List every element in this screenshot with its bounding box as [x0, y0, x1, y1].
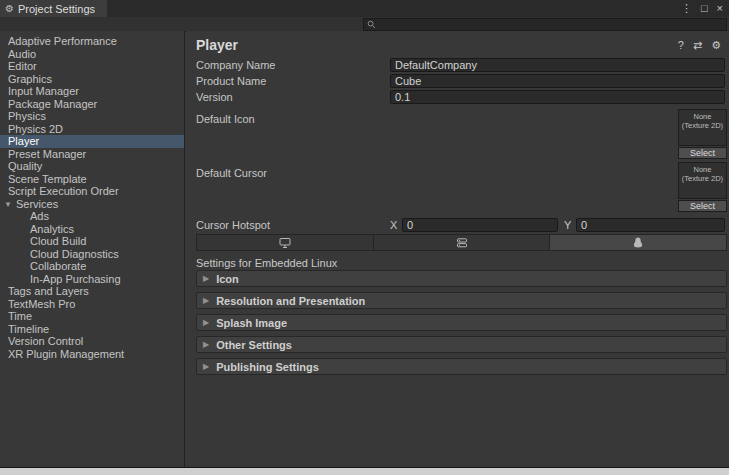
gear-icon: ⚙: [5, 3, 14, 14]
sidebar-item-label: Timeline: [8, 323, 49, 335]
toolbar: [0, 17, 729, 32]
hotspot-y-field[interactable]: [576, 218, 725, 232]
sidebar-item-label: Collaborate: [30, 260, 86, 272]
sidebar-item-graphics[interactable]: Graphics: [0, 73, 184, 86]
close-icon[interactable]: ×: [717, 0, 723, 17]
sidebar-item-label: Time: [8, 310, 32, 322]
version-field[interactable]: [390, 90, 725, 104]
section-other-settings[interactable]: ▶ Other Settings: [196, 336, 727, 353]
sidebar-item-cloud-diagnostics[interactable]: Cloud Diagnostics: [0, 248, 184, 261]
sidebar-item-analytics[interactable]: Analytics: [0, 223, 184, 236]
sidebar-item-label: Input Manager: [8, 85, 79, 97]
sidebar-item-input-manager[interactable]: Input Manager: [0, 85, 184, 98]
tab-desktop[interactable]: [196, 234, 374, 251]
sidebar-item-physics-2d[interactable]: Physics 2D: [0, 123, 184, 136]
section-icon-foldout[interactable]: ▶ Icon: [196, 270, 727, 287]
hotspot-x-field[interactable]: [402, 218, 558, 232]
hotspot-x-label: X: [390, 219, 397, 231]
sidebar-item-tags-and-layers[interactable]: Tags and Layers: [0, 285, 184, 298]
window-title: Project Settings: [18, 3, 95, 15]
sidebar-item-scene-template[interactable]: Scene Template: [0, 173, 184, 186]
version-label: Version: [196, 91, 233, 103]
sidebar-item-editor[interactable]: Editor: [0, 60, 184, 73]
sidebar-item-label: Ads: [30, 210, 49, 222]
sidebar-item-preset-manager[interactable]: Preset Manager: [0, 148, 184, 161]
section-publishing-settings[interactable]: ▶ Publishing Settings: [196, 358, 727, 375]
object-field-none-text: None: [679, 165, 726, 174]
maximize-icon[interactable]: □: [701, 0, 708, 17]
sidebar-item-label: Version Control: [8, 335, 83, 347]
settings-category-sidebar: Adaptive Performance Audio Editor Graphi…: [0, 31, 185, 467]
sidebar-item-time[interactable]: Time: [0, 310, 184, 323]
sidebar-item-label: XR Plugin Management: [8, 348, 124, 360]
product-name-label: Product Name: [196, 75, 266, 87]
sidebar-item-textmesh-pro[interactable]: TextMesh Pro: [0, 298, 184, 311]
sidebar-item-adaptive-performance[interactable]: Adaptive Performance: [0, 35, 184, 48]
sidebar-item-package-manager[interactable]: Package Manager: [0, 98, 184, 111]
dedicated-server-icon: [456, 238, 468, 248]
sidebar-item-version-control[interactable]: Version Control: [0, 335, 184, 348]
default-cursor-picker: None (Texture 2D) Select: [678, 162, 727, 212]
sidebar-item-label: Audio: [8, 48, 36, 60]
search-input[interactable]: [379, 20, 726, 30]
window-tab[interactable]: ⚙ Project Settings: [0, 0, 107, 17]
tab-embedded-linux[interactable]: [549, 234, 727, 251]
sidebar-item-xr-plugin-management[interactable]: XR Plugin Management: [0, 348, 184, 361]
sidebar-item-label: Scene Template: [8, 173, 87, 185]
sidebar-item-label: Editor: [8, 60, 37, 72]
sidebar-item-label: Quality: [8, 160, 42, 172]
sidebar-item-label: Cloud Build: [30, 235, 86, 247]
object-field-type-text: (Texture 2D): [679, 121, 726, 130]
sidebar-item-player[interactable]: Player: [0, 135, 184, 148]
section-splash-image[interactable]: ▶ Splash Image: [196, 314, 727, 331]
foldout-collapsed-icon: ▶: [203, 340, 209, 349]
company-name-field[interactable]: [390, 58, 725, 72]
product-name-field[interactable]: [390, 74, 725, 88]
hotspot-y-label: Y: [564, 219, 571, 231]
sidebar-item-label: Script Execution Order: [8, 185, 119, 197]
object-field-type-text: (Texture 2D): [679, 174, 726, 183]
titlebar: ⚙ Project Settings ⋮ □ ×: [0, 0, 729, 18]
foldout-collapsed-icon: ▶: [203, 318, 209, 327]
sidebar-item-physics[interactable]: Physics: [0, 110, 184, 123]
sidebar-item-collaborate[interactable]: Collaborate: [0, 260, 184, 273]
default-cursor-label: Default Cursor: [196, 167, 267, 179]
page-title: Player: [196, 37, 238, 53]
header-icons: ? ⇄ ⚙: [678, 39, 721, 51]
default-cursor-object-field[interactable]: None (Texture 2D): [678, 162, 727, 199]
window-controls: ⋮ □ ×: [681, 0, 723, 17]
search-box[interactable]: [363, 18, 727, 31]
sidebar-item-script-execution-order[interactable]: Script Execution Order: [0, 185, 184, 198]
sidebar-item-label: Analytics: [30, 223, 74, 235]
sidebar-item-label: Tags and Layers: [8, 285, 89, 297]
gear-icon[interactable]: ⚙: [711, 39, 721, 51]
default-icon-select-button[interactable]: Select: [678, 147, 727, 159]
object-field-none-text: None: [679, 112, 726, 121]
section-resolution-and-presentation[interactable]: ▶ Resolution and Presentation: [196, 292, 727, 309]
sidebar-item-quality[interactable]: Quality: [0, 160, 184, 173]
foldout-collapsed-icon: ▶: [203, 296, 209, 305]
sidebar-item-timeline[interactable]: Timeline: [0, 323, 184, 336]
default-icon-object-field[interactable]: None (Texture 2D): [678, 109, 727, 146]
sidebar-item-label: Adaptive Performance: [8, 35, 117, 47]
project-settings-window: ⚙ Project Settings ⋮ □ × Adaptive Perfor…: [0, 0, 729, 468]
help-icon[interactable]: ?: [678, 39, 684, 51]
sidebar-item-label: Physics: [8, 110, 46, 122]
default-cursor-select-button[interactable]: Select: [678, 200, 727, 212]
sidebar-item-audio[interactable]: Audio: [0, 48, 184, 61]
window-menu-icon[interactable]: ⋮: [681, 0, 692, 17]
sidebar-item-label: Services: [16, 198, 58, 210]
embedded-linux-icon: [633, 237, 643, 248]
tab-dedicated-server[interactable]: [373, 234, 551, 251]
company-name-label: Company Name: [196, 59, 275, 71]
section-label: Publishing Settings: [216, 361, 319, 373]
sidebar-item-in-app-purchasing[interactable]: In-App Purchasing: [0, 273, 184, 286]
presets-icon[interactable]: ⇄: [693, 39, 702, 51]
settings-for-heading: Settings for Embedded Linux: [196, 257, 337, 269]
sidebar-item-ads[interactable]: Ads: [0, 210, 184, 223]
default-icon-label: Default Icon: [196, 113, 255, 125]
sidebar-item-label: Preset Manager: [8, 148, 86, 160]
sidebar-item-cloud-build[interactable]: Cloud Build: [0, 235, 184, 248]
sidebar-item-services[interactable]: ▼Services: [0, 198, 184, 211]
default-icon-picker: None (Texture 2D) Select: [678, 109, 727, 159]
